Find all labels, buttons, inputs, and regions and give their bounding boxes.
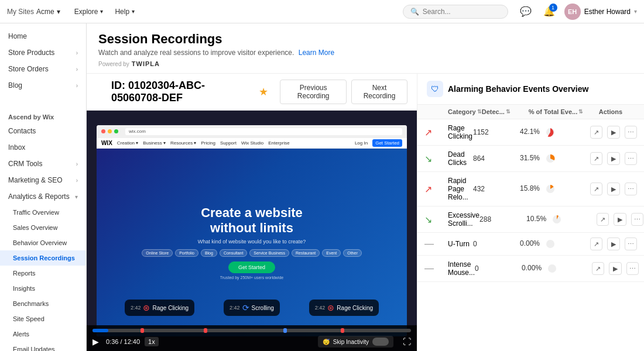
sidebar-item-site-speed[interactable]: Site Speed [0, 311, 86, 326]
fullscreen-button[interactable]: ⛶ [403, 337, 411, 346]
chat-icon-btn[interactable]: 💬 [518, 4, 534, 20]
notification-badge: 1 [549, 4, 557, 12]
event-pct-rage: 42.1% [520, 127, 590, 137]
page-subtitle: Watch and analyze real sessions to impro… [98, 49, 632, 57]
pie-chart-scroll [551, 214, 562, 225]
powered-by: Powered by TWIPLA [98, 60, 632, 67]
skip-inactivity-toggle[interactable]: 😴 Skip Inactivity [318, 336, 393, 347]
trust-text: Trusted by 250M+ users worldwide [220, 276, 283, 280]
star-button[interactable]: ★ [259, 85, 268, 98]
sidebar-item-blog[interactable]: Blog› [0, 77, 86, 94]
play-action-icon-4[interactable]: ▶ [614, 213, 626, 226]
nav-help[interactable]: Help ▾ [110, 5, 139, 18]
sidebar-item-insights[interactable]: Insights [0, 281, 86, 296]
avatar-image: EH [564, 4, 581, 20]
bell-icon-btn[interactable]: 🔔 1 [541, 4, 557, 20]
col-pct[interactable]: % of Total Eve... ⇅ [529, 108, 599, 115]
sidebar-item-marketing-seo[interactable]: Marketing & SEO› [0, 172, 86, 188]
learn-more-link[interactable]: Learn More [299, 49, 334, 57]
pill-restaurant: Restaurant [292, 249, 320, 257]
col-detected[interactable]: Detec... ⇅ [482, 108, 529, 115]
event-pct-dead: 31.5% [520, 153, 590, 164]
play-action-icon-5[interactable]: ▶ [607, 238, 619, 250]
col-category[interactable]: Category ⇅ [448, 108, 482, 115]
left-panel: ← ID: 01020304-ABC-05060708-DEF ★ Previo… [87, 74, 417, 351]
back-button[interactable]: ← [96, 87, 104, 97]
recording-navigation: Previous Recording Next Recording [280, 80, 407, 104]
sidebar-item-home[interactable]: Home [0, 28, 86, 44]
event-pct-intense: 0.00% [522, 263, 592, 274]
sidebar-item-email-updates[interactable]: Email Updates [0, 342, 86, 351]
annotation-rage-click-2: 2:42 ⊛ Rage Clicking [309, 300, 379, 316]
site-selector[interactable]: My Sites Acme ▾ [7, 8, 60, 16]
rage-click-icon-2: ⊛ [327, 303, 334, 312]
user-avatar[interactable]: EH Esther Howard ▾ [564, 4, 637, 20]
sidebar-item-crm-tools[interactable]: CRM Tools› [0, 156, 86, 172]
controls-row: ▶ 0:36 / 12:40 1x 😴 Skip Inactivity ⛶ [93, 336, 411, 347]
pill-online-store: Online Store [142, 249, 173, 257]
link-out-icon-2[interactable]: ↗ [590, 152, 602, 165]
toggle-switch[interactable] [372, 338, 389, 346]
nav-explore[interactable]: Explore ▾ [70, 5, 108, 18]
event-count-rapid: 432 [473, 185, 520, 193]
sidebar-item-alerts[interactable]: Alerts [0, 326, 86, 342]
trend-icon-scroll: ↘ [424, 214, 448, 225]
sidebar-item-reports[interactable]: Reports [0, 266, 86, 281]
more-icon-5[interactable]: ⋯ [625, 238, 637, 250]
more-icon-6[interactable]: ⋯ [626, 262, 639, 275]
top-nav-icons: 💬 🔔 1 EH Esther Howard ▾ [518, 4, 637, 20]
sidebar-item-analytics-reports[interactable]: Analytics & Reports▾ [0, 188, 86, 205]
trend-icon-rage: ↗ [424, 127, 448, 138]
previous-recording-button[interactable]: Previous Recording [280, 80, 347, 104]
link-out-icon[interactable]: ↗ [590, 126, 602, 139]
nav-links: Explore ▾ Help ▾ [70, 5, 139, 18]
pie-chart-uturn [545, 239, 556, 249]
page-title: Session Recordings [98, 32, 632, 47]
search-input[interactable] [423, 8, 501, 16]
sidebar-item-store-orders[interactable]: Store Orders› [0, 61, 86, 77]
search-bar[interactable]: 🔍 [403, 5, 508, 19]
sidebar-item-sales-overview[interactable]: Sales Overview [0, 220, 86, 235]
speed-button[interactable]: 1x [145, 337, 159, 346]
sidebar-item-store-products[interactable]: Store Products› [0, 44, 86, 61]
play-action-icon-3[interactable]: ▶ [607, 183, 619, 195]
sidebar-item-contacts[interactable]: Contacts [0, 123, 86, 139]
event-pct-rapid: 15.8% [520, 184, 590, 194]
progress-bar-fill [93, 329, 108, 332]
browser-sub-text: What kind of website would you like to c… [198, 239, 306, 245]
event-marker-2 [204, 328, 207, 333]
sidebar-item-traffic-overview[interactable]: Traffic Overview [0, 205, 86, 220]
next-recording-button[interactable]: Next Recording [351, 80, 407, 104]
site-name: Acme [36, 8, 54, 16]
more-icon-4[interactable]: ⋯ [631, 213, 643, 226]
sidebar-item-session-recordings[interactable]: Session Recordings [0, 250, 86, 266]
link-out-icon-6[interactable]: ↗ [592, 262, 604, 275]
sidebar-item-inbox[interactable]: Inbox [0, 139, 86, 156]
event-name-rapid: Rapid Page Relo... [448, 177, 473, 201]
trend-icon-uturn: — [424, 239, 448, 249]
pie-chart-dead [545, 153, 556, 164]
event-name-uturn: U-Turn [448, 240, 473, 248]
event-count-dead: 864 [473, 154, 520, 163]
progress-bar[interactable] [93, 329, 411, 332]
more-icon-3[interactable]: ⋯ [625, 183, 637, 195]
play-action-icon-6[interactable]: ▶ [609, 262, 621, 275]
sidebar-item-benchmarks[interactable]: Benchmarks [0, 296, 86, 311]
table-row: ↘ Excessive Scrolli... 288 10.5% ↗ [417, 207, 644, 233]
sidebar-section-main: Home Store Products› Store Orders› Blog› [0, 23, 86, 98]
link-out-icon-3[interactable]: ↗ [590, 183, 602, 195]
sidebar-item-behavior-overview[interactable]: Behavior Overview [0, 235, 86, 250]
sidebar-section-ascend: Ascend by Wix Contacts Inbox CRM Tools› … [0, 103, 86, 351]
play-action-icon-2[interactable]: ▶ [607, 152, 619, 165]
pill-consultant: Consultant [220, 249, 247, 257]
more-icon[interactable]: ⋯ [625, 126, 637, 139]
browser-close-dot [101, 129, 105, 133]
chevron-right-icon: › [76, 161, 78, 167]
get-started-button[interactable]: Get Started [228, 261, 275, 273]
play-action-icon[interactable]: ▶ [607, 126, 619, 139]
play-button[interactable]: ▶ [93, 337, 99, 346]
browser-hero-text: Create a websitewithout limits [201, 205, 303, 236]
more-icon-2[interactable]: ⋯ [625, 152, 637, 165]
link-out-icon-4[interactable]: ↗ [597, 213, 609, 226]
link-out-icon-5[interactable]: ↗ [590, 238, 602, 250]
